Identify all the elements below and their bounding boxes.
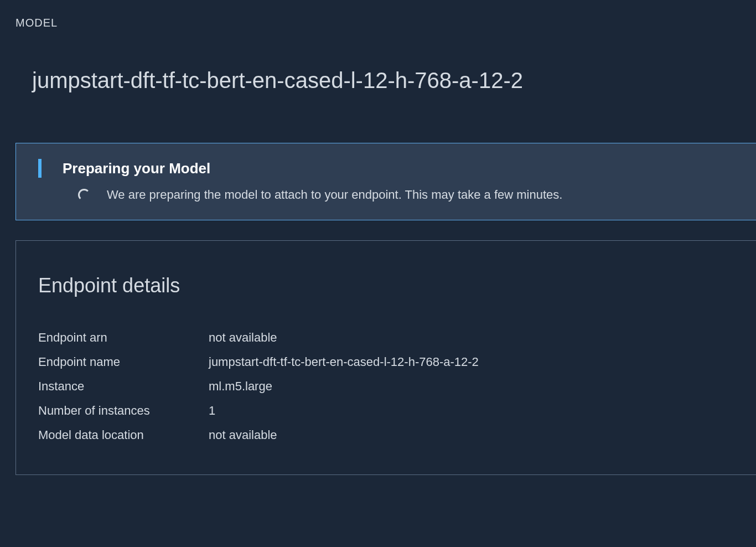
alert-title: Preparing your Model [63, 160, 210, 177]
alert-accent-bar [38, 159, 42, 178]
detail-row-instance: Instance ml.m5.large [38, 379, 734, 394]
detail-value: ml.m5.large [209, 379, 734, 394]
detail-row-model-data-location: Model data location not available [38, 428, 734, 442]
preparing-alert: Preparing your Model We are preparing th… [15, 143, 756, 220]
loading-spinner-icon [78, 189, 90, 201]
detail-label: Model data location [38, 428, 209, 442]
detail-label: Number of instances [38, 404, 209, 418]
detail-value: jumpstart-dft-tf-tc-bert-en-cased-l-12-h… [209, 355, 734, 369]
detail-row-num-instances: Number of instances 1 [38, 404, 734, 418]
detail-value: not available [209, 428, 734, 442]
detail-row-endpoint-name: Endpoint name jumpstart-dft-tf-tc-bert-e… [38, 355, 734, 369]
detail-value: 1 [209, 404, 734, 418]
endpoint-details-heading: Endpoint details [38, 274, 734, 297]
detail-label: Endpoint name [38, 355, 209, 369]
detail-value: not available [209, 331, 734, 345]
detail-label: Instance [38, 379, 209, 394]
detail-label: Endpoint arn [38, 331, 209, 345]
detail-row-endpoint-arn: Endpoint arn not available [38, 331, 734, 345]
breadcrumb[interactable]: MODEL [15, 17, 756, 29]
alert-message: We are preparing the model to attach to … [107, 188, 562, 202]
endpoint-details-panel: Endpoint details Endpoint arn not availa… [15, 240, 756, 475]
model-title: jumpstart-dft-tf-tc-bert-en-cased-l-12-h… [32, 68, 756, 93]
